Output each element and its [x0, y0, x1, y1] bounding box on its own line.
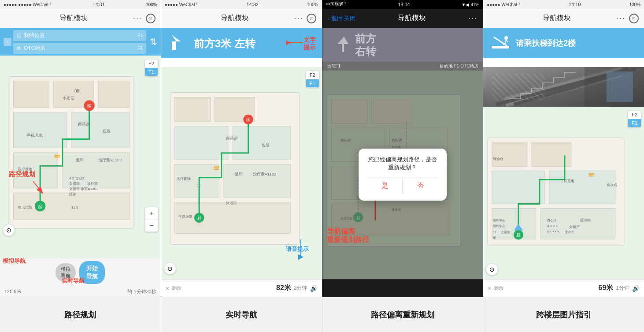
svg-text:缓约中心: 缓约中心: [493, 219, 505, 222]
svg-text:终: 终: [87, 104, 92, 108]
back-arrow-1[interactable]: ‹: [4, 38, 11, 46]
sound-btn-4[interactable]: 🔊: [632, 285, 640, 292]
location-btn-1[interactable]: ⊙: [3, 224, 15, 236]
nav-dots-2[interactable]: ···: [294, 14, 303, 23]
svg-text:医疗废物: 医疗废物: [177, 177, 191, 181]
time-1: 14:31: [93, 2, 105, 7]
nav-dots-3[interactable]: ···: [468, 14, 477, 23]
distance-4: 69米: [599, 284, 614, 293]
direction-arrow-icon-2: [167, 33, 189, 55]
svg-text:起: 起: [197, 216, 201, 220]
dialog-cancel-btn[interactable]: 否: [403, 178, 438, 194]
floor-selector-2[interactable]: F2 F1: [306, 71, 319, 88]
dialog-title-3: 您已经偏离规划路径，是否重新规划？: [367, 156, 438, 172]
dest-floor-4: 目的地 F2 诊室A2102: [597, 60, 640, 66]
floor-f2-1[interactable]: F2: [145, 60, 158, 68]
map-svg-1: 起 终 O 房 小卖部 西药房 包装 手机充电 复印 治疗室A1102 医疗废物…: [0, 56, 161, 258]
svg-text:缓约中心: 缓约中心: [493, 224, 505, 228]
location-btn-2[interactable]: ⊙: [164, 262, 176, 275]
floor-selector-4[interactable]: F2 F1: [628, 110, 641, 127]
nav-title-2: 导航模块: [221, 14, 249, 23]
bottom-empty-3: [327, 285, 353, 291]
caption-2: 实时导航: [161, 297, 322, 332]
wechat-label-1: ●●●●● WeChat ᵀ: [18, 2, 52, 7]
status-bar-2: ●●●●● WeChat ᵀ 14:32 100%: [161, 0, 322, 9]
svg-marker-32: [172, 35, 181, 50]
caption-1: 路径规划: [0, 297, 161, 332]
svg-text:11 9: 11 9: [71, 205, 78, 209]
screen-crossfloor: ●●●●● WeChat ᵀ 14:10 100% 导航模块 ··· ◎: [483, 0, 644, 297]
floor-f2-2[interactable]: F2: [306, 71, 319, 79]
nav-title-4: 导航模块: [543, 14, 571, 23]
svg-text:沐浴间: 沐浴间: [226, 201, 237, 205]
captions-row: 路径规划 实时导航 路径偏离重新规划 跨楼层图片指引: [0, 297, 644, 332]
svg-text:ATM: ATM: [55, 156, 60, 158]
svg-text:9 8 7 6 5: 9 8 7 6 5: [547, 231, 559, 234]
remaining-label-2: 剩余: [172, 285, 274, 291]
svg-point-78: [504, 36, 508, 40]
svg-text:起: 起: [517, 233, 521, 237]
start-nav-button[interactable]: 开始 导航: [79, 261, 105, 284]
status-bar-1: ●●●●● ●●●●● WeChat ᵀ 14:31 100%: [0, 0, 161, 9]
sound-btn-2[interactable]: 🔊: [310, 285, 318, 292]
svg-text:生活垃圾: 生活垃圾: [178, 215, 192, 219]
nav-dots-4[interactable]: ···: [616, 14, 625, 23]
svg-text:包装: 包装: [262, 143, 270, 147]
svg-text:复印: 复印: [76, 158, 84, 162]
nav-bar-2: 导航模块 ··· ◎: [161, 9, 322, 28]
nav-target-icon-4[interactable]: ◎: [629, 14, 639, 23]
floor-f1-1[interactable]: F1: [145, 68, 158, 76]
floor-f1-4[interactable]: F1: [628, 119, 641, 127]
nav-target-icon-2[interactable]: ◎: [307, 14, 316, 23]
map-area-4[interactable]: 起 导诊台 手机充电 饮水点 办公1 缓冲间 4 3 2 1 女厕所 9 8 7…: [483, 107, 644, 279]
start-area-1: 模拟 导航 开始 导航 模拟导航: [0, 258, 161, 287]
close-btn-4[interactable]: ×: [488, 285, 491, 292]
svg-text:复印: 复印: [235, 172, 243, 176]
floor-f2-4[interactable]: F2: [628, 111, 641, 119]
time-4: 14:10: [569, 2, 581, 7]
nav-bar-4: 导航模块 ··· ◎: [483, 9, 644, 28]
dialog-confirm-btn[interactable]: 是: [367, 178, 403, 194]
nav-bar-3: ‹ 返回 关闭 导航模块 ···: [322, 9, 483, 28]
route-start-level: F1: [137, 33, 143, 38]
svg-text:4 2  办公2: 4 2 办公2: [69, 176, 85, 180]
floor-row-2: 当前F1 目的地 F1 OTC药房: [161, 58, 322, 67]
svg-rect-1: [13, 81, 49, 108]
floor-selector-1[interactable]: F2 F1: [144, 59, 158, 76]
status-bar-4: ●●●●● WeChat ᵀ 14:10 100%: [483, 0, 644, 9]
annotation-text-hint: 文字提示: [303, 36, 316, 51]
svg-text:10: 10: [197, 184, 200, 187]
zoom-btns-1[interactable]: + −: [145, 207, 158, 232]
route-end-label: OTC药房: [24, 45, 135, 52]
map-area-3[interactable]: 起 西药房 西药房 投诉接待 女厕所 缓冲间 生活垃圾 水水亭 A1935 您已…: [322, 71, 483, 279]
close-btn-2[interactable]: ×: [166, 285, 169, 292]
time-label-1: 约 1分钟30秒: [127, 288, 156, 295]
svg-text:手机充电: 手机充电: [27, 133, 43, 138]
svg-text:饮水点: 饮水点: [606, 183, 617, 187]
svg-line-81: [506, 40, 508, 42]
status-left-3: 中国联通 ᵀ: [326, 1, 347, 7]
distance-2: 82米: [276, 284, 291, 293]
nav-title-1: 导航模块: [59, 14, 88, 23]
nav-target-icon-1[interactable]: ◎: [146, 14, 155, 23]
svg-rect-3: [98, 81, 130, 108]
map-area-1[interactable]: 起 终 O 房 小卖部 西药房 包装 手机充电 复印 治疗室A1102 医疗废物…: [0, 56, 161, 258]
dest-floor-2: 目的地 F1 OTC药房: [278, 60, 317, 66]
zoom-in-1[interactable]: +: [145, 207, 157, 220]
svg-text:女值班: 女值班: [69, 182, 80, 186]
direction-bar-4: 请乘扶梯到达2楼: [483, 28, 644, 58]
zoom-out-1[interactable]: −: [145, 220, 157, 231]
svg-rect-99: [607, 71, 633, 102]
svg-text:办公1: 办公1: [547, 218, 556, 222]
arrow-text-hint: [286, 38, 303, 47]
swap-route-icon[interactable]: ⇅: [150, 37, 157, 47]
nav-dots-1[interactable]: ···: [133, 14, 142, 23]
time-3: 18:04: [398, 2, 410, 7]
back-btn-3[interactable]: ‹ 返回 关闭: [328, 15, 356, 22]
sim-nav-button[interactable]: 模拟 导航: [56, 263, 76, 282]
escalator-image-4: [483, 67, 644, 107]
map-area-2[interactable]: 起 终 西药房 包装 复印 治疗室A1102 医疗废物 生活垃圾 10 沐浴间 …: [161, 67, 322, 279]
svg-text:西药房: 西药房: [78, 122, 90, 127]
remaining-label-4: 剩余: [494, 285, 596, 291]
floor-f1-2[interactable]: F1: [306, 79, 319, 87]
